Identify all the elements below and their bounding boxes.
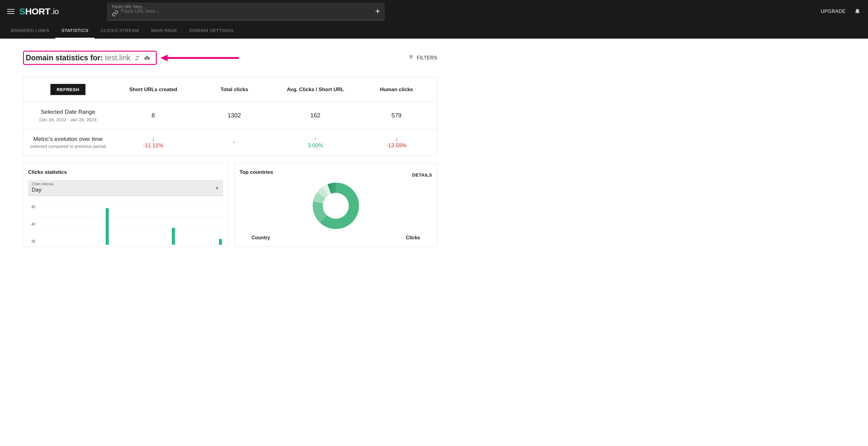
y-tick: 35 bbox=[28, 239, 35, 243]
arrow-down-icon: ↓ bbox=[395, 136, 398, 142]
chart-area bbox=[38, 203, 223, 245]
val-short-urls: 8 bbox=[113, 105, 194, 126]
annotation-arrow bbox=[160, 54, 239, 63]
url-input-container[interactable]: Paste URL here... + bbox=[107, 2, 385, 21]
countries-donut-chart bbox=[240, 182, 432, 230]
clicks-panel-title: Clicks statistics bbox=[28, 169, 223, 175]
bar-slot bbox=[95, 203, 100, 245]
delta-total-clicks: - bbox=[194, 133, 275, 152]
val-human-clicks: 579 bbox=[356, 105, 437, 126]
legend-clicks: Clicks bbox=[406, 235, 420, 240]
chevron-down-icon: ▾ bbox=[216, 185, 218, 191]
countries-panel-title: Top countries bbox=[240, 169, 273, 175]
bar-slot bbox=[180, 203, 185, 245]
date-range-title: Selected Date Range bbox=[28, 109, 108, 115]
page-title: Domain statistics for: test.link bbox=[26, 54, 130, 62]
logo-accent: S bbox=[19, 6, 25, 16]
y-tick: 40 bbox=[28, 222, 35, 226]
col-short-urls: Short URLs created bbox=[113, 80, 194, 99]
y-tick: 45 bbox=[28, 205, 35, 209]
notifications-icon[interactable] bbox=[854, 7, 861, 15]
evolution-sub: selected compared to previous period bbox=[28, 144, 108, 149]
bar-slot bbox=[123, 203, 129, 245]
swap-icon[interactable] bbox=[134, 55, 140, 61]
filters-label: FILTERS bbox=[417, 55, 437, 61]
val-total-clicks: 1302 bbox=[194, 105, 275, 126]
bar-slot bbox=[208, 203, 214, 245]
clicks-statistics-panel: Clicks statistics Chart interval Day ▾ 4… bbox=[23, 163, 228, 247]
logo-text: HORT bbox=[25, 6, 51, 16]
tab-clicks-stream[interactable]: CLICKS STREAM bbox=[95, 23, 145, 39]
menu-button[interactable] bbox=[7, 8, 14, 15]
logo-suffix: .io bbox=[51, 7, 59, 16]
bar-slot bbox=[104, 203, 110, 245]
chart-interval-value: Day bbox=[32, 187, 220, 193]
tab-statistics[interactable]: STATISTICS bbox=[55, 23, 94, 39]
refresh-button[interactable]: REFRESH bbox=[51, 84, 85, 95]
bar-slot bbox=[67, 203, 72, 245]
nav-tabs: BRANDED LINKS STATISTICS CLICKS STREAM M… bbox=[0, 23, 868, 39]
stats-delta-row: Metric's evolution over time selected co… bbox=[23, 129, 437, 156]
add-url-button[interactable]: + bbox=[375, 7, 380, 15]
arrow-down-icon: ↓ bbox=[152, 136, 155, 142]
link-icon bbox=[112, 10, 118, 18]
delta-short-urls: ↓ -11.11% bbox=[113, 129, 194, 156]
tab-branded-links[interactable]: BRANDED LINKS bbox=[5, 23, 55, 39]
svg-marker-1 bbox=[160, 55, 167, 61]
tab-domain-settings[interactable]: DOMAIN SETTINGS bbox=[183, 23, 240, 39]
details-button[interactable]: DETAILS bbox=[412, 172, 432, 177]
download-icon[interactable] bbox=[144, 55, 150, 61]
bar[interactable] bbox=[219, 239, 222, 245]
page-title-highlight: Domain statistics for: test.link bbox=[23, 51, 157, 65]
delta-short-urls-text: -11.11% bbox=[143, 142, 163, 149]
delta-total-clicks-text: - bbox=[234, 139, 235, 145]
bar-slot bbox=[57, 203, 63, 245]
bar-slot bbox=[170, 203, 176, 245]
stats-header-row: REFRESH Short URLs created Total clicks … bbox=[23, 77, 437, 102]
bar[interactable] bbox=[172, 228, 175, 245]
logo[interactable]: SHORT.io bbox=[19, 6, 59, 16]
y-axis: 45 40 35 bbox=[28, 205, 38, 243]
delta-human-clicks: ↓ -13.59% bbox=[356, 129, 437, 156]
col-avg-clicks: Avg. Clicks / Short URL bbox=[275, 80, 356, 99]
val-avg-clicks: 162 bbox=[275, 105, 356, 126]
chart-interval-label: Chart interval bbox=[32, 182, 220, 186]
delta-avg-clicks-text: 3.00% bbox=[308, 142, 323, 149]
top-countries-panel: Top countries DETAILS Country Clicks bbox=[235, 163, 437, 247]
bar-slot bbox=[199, 203, 205, 245]
tab-main-page[interactable]: MAIN PAGE bbox=[145, 23, 183, 39]
bar-slot bbox=[133, 203, 138, 245]
stats-card: REFRESH Short URLs created Total clicks … bbox=[23, 77, 437, 156]
url-placeholder-label: Paste URL here... bbox=[112, 4, 145, 9]
url-input[interactable] bbox=[121, 8, 375, 14]
bar-slot bbox=[38, 203, 44, 245]
bar-slot bbox=[218, 203, 223, 245]
delta-avg-clicks: ↑ 3.00% bbox=[275, 129, 356, 156]
bar-slot bbox=[86, 203, 91, 245]
page-title-prefix: Domain statistics for: bbox=[26, 54, 105, 62]
bar-slot bbox=[189, 203, 195, 245]
countries-legend-header: Country Clicks bbox=[240, 230, 432, 240]
top-bar: SHORT.io Paste URL here... + UPGRADE bbox=[0, 0, 868, 23]
upgrade-link[interactable]: UPGRADE bbox=[820, 9, 846, 14]
bar[interactable] bbox=[106, 208, 109, 245]
bar-slot bbox=[142, 203, 148, 245]
svg-point-2 bbox=[324, 194, 347, 217]
legend-country: Country bbox=[252, 235, 270, 240]
date-range-value: Dec 28, 2022 - Jan 28, 2023 bbox=[28, 117, 108, 122]
page-body: Domain statistics for: test.link FILTERS bbox=[0, 39, 460, 259]
bar-slot bbox=[161, 203, 166, 245]
page-title-domain: test.link bbox=[105, 54, 131, 62]
col-human-clicks: Human clicks bbox=[356, 80, 437, 99]
stats-values-row: Selected Date Range Dec 28, 2022 - Jan 2… bbox=[23, 102, 437, 129]
page-header: Domain statistics for: test.link FILTERS bbox=[23, 51, 437, 65]
clicks-bar-chart: 45 40 35 bbox=[28, 200, 223, 245]
bar-slot bbox=[76, 203, 82, 245]
bar-slot bbox=[114, 203, 119, 245]
chart-interval-select[interactable]: Chart interval Day ▾ bbox=[28, 180, 223, 196]
bar-slot bbox=[152, 203, 157, 245]
panels-row: Clicks statistics Chart interval Day ▾ 4… bbox=[23, 163, 437, 247]
filter-icon bbox=[408, 55, 414, 61]
filters-button[interactable]: FILTERS bbox=[408, 55, 437, 61]
bar-slot bbox=[48, 203, 53, 245]
